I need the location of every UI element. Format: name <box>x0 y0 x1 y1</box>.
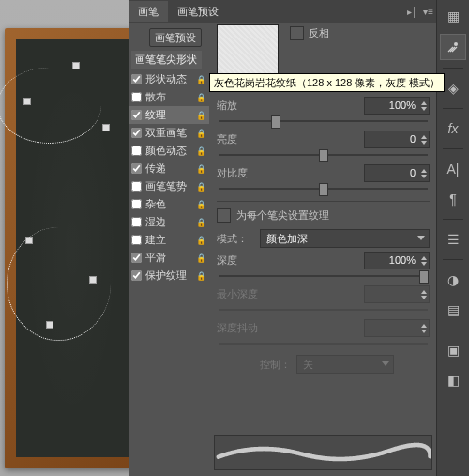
opt-transfer[interactable]: 传递🔒 <box>129 160 209 177</box>
chalkboard <box>16 39 129 457</box>
dock-align-icon[interactable]: ☰ <box>441 227 465 252</box>
lock-icon: 🔒 <box>196 93 206 102</box>
opt-brush-pose[interactable]: 画笔笔势🔒 <box>129 177 209 195</box>
svg-point-0 <box>454 42 458 46</box>
menu-icon[interactable]: ▾≡ <box>423 7 433 17</box>
brightness-value[interactable]: 0 <box>364 131 430 148</box>
min-depth-value <box>364 285 430 303</box>
contrast-label: 对比度 <box>217 166 284 180</box>
dock-mask-icon[interactable]: ▣ <box>441 338 465 362</box>
contrast-slider[interactable] <box>219 182 428 195</box>
texture-tooltip: 灰色花岗岩花纹纸（128 x 128 像素，灰度 模式） <box>209 73 445 92</box>
wood-frame <box>5 28 140 468</box>
control-select: 关 <box>296 355 394 374</box>
scale-value[interactable]: 100% <box>364 97 430 115</box>
opt-build-up[interactable]: 建立🔒 <box>129 231 209 249</box>
opt-color-dynamics[interactable]: 颜色动态🔒 <box>129 142 209 160</box>
brightness-label: 亮度 <box>217 132 284 146</box>
tab-brush-presets[interactable]: 画笔预设 <box>168 1 228 22</box>
min-depth-label: 最小深度 <box>217 287 284 301</box>
right-dock: ▦ ◈ fx A| ¶ ☰ ◑ ▤ ▣ ◧ <box>436 0 469 476</box>
control-label: 控制： <box>253 358 291 372</box>
lock-icon: 🔒 <box>196 253 206 263</box>
dock-circle-icon[interactable]: ◑ <box>441 268 465 292</box>
dock-swatches-icon[interactable]: ▤ <box>441 298 465 322</box>
depth-slider[interactable] <box>219 269 428 283</box>
opt-scattering[interactable]: 散布🔒 <box>129 88 209 106</box>
dock-paragraph-icon[interactable]: ¶ <box>441 187 465 211</box>
brush-stroke-preview <box>214 435 432 470</box>
options-list: 画笔预设 画笔笔尖形状 形状动态🔒 散布🔒 纹理🔒 双重画笔🔒 颜色动态🔒 传递… <box>129 23 209 476</box>
invert-checkbox[interactable]: 反相 <box>290 26 329 40</box>
lock-icon: 🔒 <box>196 236 206 245</box>
brightness-slider[interactable] <box>219 148 428 161</box>
opt-dual-brush[interactable]: 双重画笔🔒 <box>129 124 209 142</box>
lock-icon: 🔒 <box>196 271 206 281</box>
dock-fx-icon[interactable]: fx <box>441 116 465 141</box>
lock-icon: 🔒 <box>196 146 206 156</box>
lock-icon: 🔒 <box>196 200 206 209</box>
lock-icon: 🔒 <box>196 182 206 192</box>
lock-icon: 🔒 <box>196 111 206 120</box>
opt-protect-texture[interactable]: 保护纹理🔒 <box>129 267 209 284</box>
lock-icon: 🔒 <box>196 164 206 174</box>
opt-smoothing[interactable]: 平滑🔒 <box>129 249 209 267</box>
lock-icon: 🔒 <box>196 75 206 84</box>
min-depth-slider <box>219 303 428 316</box>
opt-noise[interactable]: 杂色🔒 <box>129 195 209 213</box>
panel-tabs: 画笔 画笔预设 <box>129 0 437 23</box>
texture-each-tip-checkbox[interactable]: 为每个笔尖设置纹理 <box>217 206 430 224</box>
brush-tip-shape-header[interactable]: 画笔笔尖形状 <box>131 51 202 69</box>
tab-brush[interactable]: 画笔 <box>129 1 168 22</box>
brush-presets-button[interactable]: 画笔预设 <box>149 28 202 47</box>
scale-slider[interactable] <box>219 115 428 128</box>
opt-shape-dynamics[interactable]: 形状动态🔒 <box>129 70 209 88</box>
mode-label: 模式： <box>217 232 254 246</box>
lock-icon: 🔒 <box>196 218 206 227</box>
opt-wet-edges[interactable]: 湿边🔒 <box>129 213 209 231</box>
depth-label: 深度 <box>217 253 284 268</box>
scale-label: 缩放 <box>217 99 284 113</box>
depth-jitter-slider <box>219 337 428 350</box>
dock-grid-icon[interactable]: ▦ <box>441 4 465 28</box>
opt-texture[interactable]: 纹理🔒 <box>129 106 209 124</box>
depth-jitter-label: 深度抖动 <box>217 321 284 335</box>
contrast-value[interactable]: 0 <box>364 164 430 182</box>
flyout-icon[interactable]: ▸│ <box>407 7 417 17</box>
depth-value[interactable]: 100% <box>364 252 430 269</box>
lock-icon: 🔒 <box>196 129 206 138</box>
dock-brush-icon[interactable] <box>440 34 466 60</box>
mode-select[interactable]: 颜色加深 <box>260 229 430 248</box>
dock-square-icon[interactable]: ◧ <box>441 368 465 392</box>
dock-type-icon[interactable]: A| <box>441 157 465 181</box>
depth-jitter-value <box>364 319 430 337</box>
